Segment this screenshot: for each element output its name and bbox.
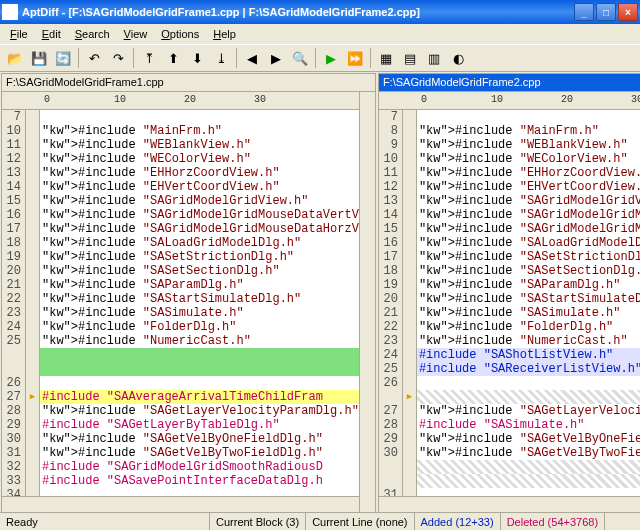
code-line[interactable]: 20"kw">#include "SAStartSimulateDlg.h" (379, 292, 640, 306)
code-line[interactable]: 31"kw">#include "SAGetVelByTwoFieldDlg.h… (2, 446, 359, 460)
code-line[interactable]: 34 (2, 488, 359, 496)
code-line[interactable] (379, 474, 640, 488)
code-line[interactable]: 30"kw">#include "SAGetVelByOneFieldDlg.h… (2, 432, 359, 446)
title-bar: AptDiff - [F:\SAGridModelGridFrame1.cpp … (0, 0, 640, 24)
code-line[interactable] (2, 348, 359, 362)
code-line[interactable]: 22"kw">#include "FolderDlg.h" (379, 320, 640, 334)
next-diff-icon[interactable]: ⬇ (186, 47, 208, 69)
code-line[interactable]: ▶ (379, 390, 640, 404)
view-grid3-icon[interactable]: ▥ (423, 47, 445, 69)
code-line[interactable]: 15"kw">#include "SAGridModelGridMouseDat… (379, 222, 640, 236)
play-icon[interactable]: ▶ (320, 47, 342, 69)
code-line[interactable]: 21"kw">#include "SASimulate.h" (379, 306, 640, 320)
left-v-scrollbar[interactable] (359, 92, 375, 512)
code-line[interactable]: 13"kw">#include "EHHorzCoordView.h" (2, 166, 359, 180)
code-line[interactable]: 16"kw">#include "SAGridModelGridMouseDat… (2, 208, 359, 222)
code-line[interactable]: 19"kw">#include "SAParamDlg.h" (379, 278, 640, 292)
right-pane: F:\SAGridModelGridFrame2.cpp 0 10 20 30 … (378, 73, 640, 513)
code-line[interactable]: 30"kw">#include "SAGetVelByTwoFieldDlg.h… (379, 446, 640, 460)
code-line[interactable]: 13"kw">#include "SAGridModelGridView.h" (379, 194, 640, 208)
status-bar: Ready Current Block (3) Current Line (no… (0, 512, 640, 530)
left-code-area[interactable]: 710"kw">#include "MainFrm.h"11"kw">#incl… (2, 110, 359, 496)
status-ready: Ready (0, 513, 210, 530)
menu-edit[interactable]: Edit (36, 26, 67, 42)
menu-bar: File Edit Search View Options Help (0, 24, 640, 44)
code-line[interactable]: 24#include "SAShotListView.h" (379, 348, 640, 362)
go-icon[interactable]: ⏩ (344, 47, 366, 69)
code-line[interactable]: 25"kw">#include "NumericCast.h" (2, 334, 359, 348)
code-line[interactable]: 18"kw">#include "SASetSectionDlg.h" (379, 264, 640, 278)
save-icon[interactable]: 💾 (28, 47, 50, 69)
prev-diff-icon[interactable]: ⬆ (162, 47, 184, 69)
view-grid1-icon[interactable]: ▦ (375, 47, 397, 69)
code-line[interactable]: 14"kw">#include "SAGridModelGridMouseDat… (379, 208, 640, 222)
code-line[interactable]: 18"kw">#include "SALoadGridModelDlg.h" (2, 236, 359, 250)
copy-right-icon[interactable]: ▶ (265, 47, 287, 69)
maximize-button[interactable]: □ (596, 3, 616, 21)
menu-help[interactable]: Help (207, 26, 242, 42)
code-line[interactable]: 23"kw">#include "SASimulate.h" (2, 306, 359, 320)
code-line[interactable]: 26 (2, 376, 359, 390)
code-line[interactable]: 8"kw">#include "MainFrm.h" (379, 124, 640, 138)
code-line[interactable]: 25#include "SAReceiverListView.h" (379, 362, 640, 376)
code-line[interactable]: 31 (379, 488, 640, 496)
code-line[interactable]: 27"kw">#include "SAGetLayerVelocityParam… (379, 404, 640, 418)
code-line[interactable]: 7 (379, 110, 640, 124)
code-line[interactable]: 26 (379, 376, 640, 390)
menu-file[interactable]: File (4, 26, 34, 42)
code-line[interactable]: 17"kw">#include "SASetStrictionDlg.h" (379, 250, 640, 264)
code-line[interactable]: 29"kw">#include "SAGetVelByOneFieldDlg.h… (379, 432, 640, 446)
code-line[interactable]: 19"kw">#include "SASetStrictionDlg.h" (2, 250, 359, 264)
status-block: Current Block (3) (210, 513, 306, 530)
menu-options[interactable]: Options (155, 26, 205, 42)
code-line[interactable]: 20"kw">#include "SASetSectionDlg.h" (2, 264, 359, 278)
code-line[interactable]: 14"kw">#include "EHVertCoordView.h" (2, 180, 359, 194)
code-line[interactable]: 10"kw">#include "MainFrm.h" (2, 124, 359, 138)
code-line[interactable]: 21"kw">#include "SAParamDlg.h" (2, 278, 359, 292)
code-line[interactable]: 7 (2, 110, 359, 124)
right-h-scrollbar[interactable] (379, 496, 640, 512)
code-line[interactable]: 9"kw">#include "WEBlankView.h" (379, 138, 640, 152)
code-line[interactable]: 32#include "SAGridModelGridSmoothRadious… (2, 460, 359, 474)
first-diff-icon[interactable]: ⤒ (138, 47, 160, 69)
code-line[interactable]: 12"kw">#include "WEColorView.h" (2, 152, 359, 166)
code-line[interactable]: 27▶#include "SAAverageArrivalTimeChildFr… (2, 390, 359, 404)
left-file-path: F:\SAGridModelGridFrame1.cpp (2, 74, 375, 92)
menu-view[interactable]: View (118, 26, 154, 42)
code-line[interactable]: 22"kw">#include "SAStartSimulateDlg.h" (2, 292, 359, 306)
minimize-button[interactable]: _ (574, 3, 594, 21)
redo-icon[interactable]: ↷ (107, 47, 129, 69)
left-ruler: 0 10 20 30 (2, 92, 359, 110)
code-line[interactable]: 11"kw">#include "EHHorzCoordView.h" (379, 166, 640, 180)
code-line[interactable]: 15"kw">#include "SAGridModelGridView.h" (2, 194, 359, 208)
search-icon[interactable]: 🔍 (289, 47, 311, 69)
code-line[interactable]: 28#include "SASimulate.h" (379, 418, 640, 432)
code-line[interactable]: 28"kw">#include "SAGetLayerVelocityParam… (2, 404, 359, 418)
code-line[interactable]: 29#include "SAGetLayerByTableDlg.h" (2, 418, 359, 432)
undo-icon[interactable]: ↶ (83, 47, 105, 69)
menu-search[interactable]: Search (69, 26, 116, 42)
code-line[interactable]: 23"kw">#include "NumericCast.h" (379, 334, 640, 348)
code-line[interactable] (2, 362, 359, 376)
code-line[interactable] (379, 460, 640, 474)
toggle-icon[interactable]: ◐ (447, 47, 469, 69)
code-line[interactable]: 17"kw">#include "SAGridModelGridMouseDat… (2, 222, 359, 236)
copy-left-icon[interactable]: ◀ (241, 47, 263, 69)
right-file-path: F:\SAGridModelGridFrame2.cpp (379, 74, 640, 92)
status-deleted: Deleted (54+3768) (501, 513, 605, 530)
app-icon (2, 4, 18, 20)
status-added: Added (12+33) (415, 513, 501, 530)
code-line[interactable]: 33#include "SASavePointInterfaceDataDlg.… (2, 474, 359, 488)
left-h-scrollbar[interactable] (2, 496, 359, 512)
code-line[interactable]: 24"kw">#include "FolderDlg.h" (2, 320, 359, 334)
code-line[interactable]: 10"kw">#include "WEColorView.h" (379, 152, 640, 166)
open-icon[interactable]: 📂 (4, 47, 26, 69)
last-diff-icon[interactable]: ⤓ (210, 47, 232, 69)
code-line[interactable]: 11"kw">#include "WEBlankView.h" (2, 138, 359, 152)
refresh-icon[interactable]: 🔄 (52, 47, 74, 69)
right-code-area[interactable]: 78"kw">#include "MainFrm.h"9"kw">#includ… (379, 110, 640, 496)
code-line[interactable]: 12"kw">#include "EHVertCoordView.h" (379, 180, 640, 194)
code-line[interactable]: 16"kw">#include "SALoadGridModelDlg.h" (379, 236, 640, 250)
view-grid2-icon[interactable]: ▤ (399, 47, 421, 69)
close-button[interactable]: × (618, 3, 638, 21)
